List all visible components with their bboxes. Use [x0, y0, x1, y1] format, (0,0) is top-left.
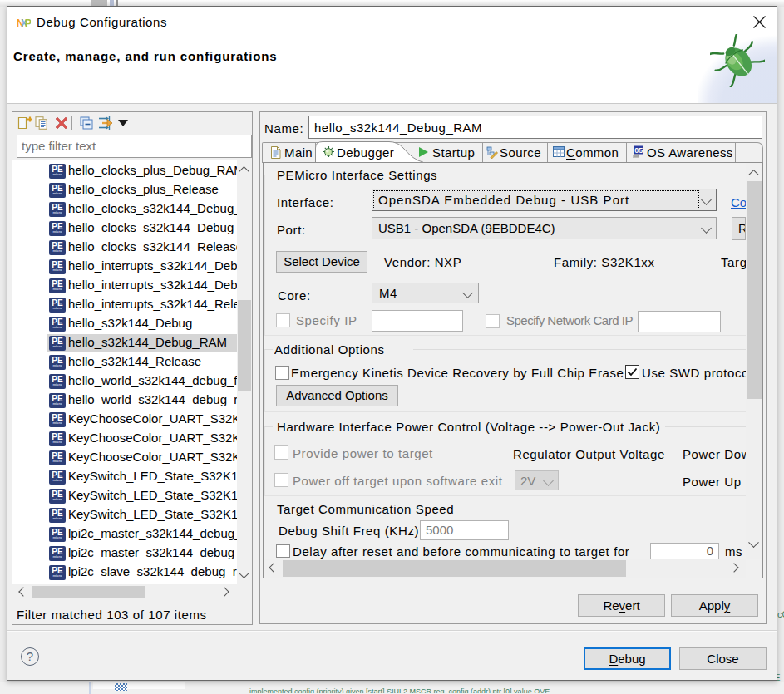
svg-text:05: 05: [634, 146, 643, 155]
svg-text:P: P: [25, 17, 31, 28]
